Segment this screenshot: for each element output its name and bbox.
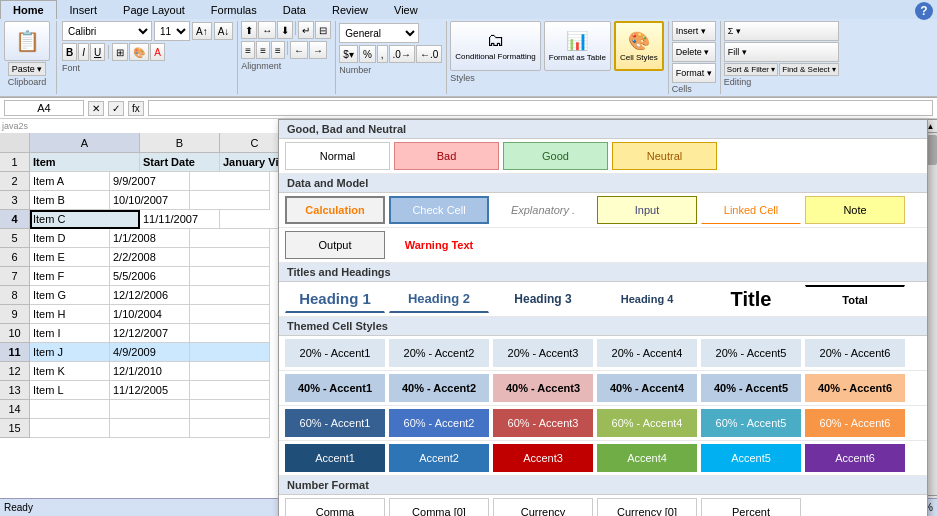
60a3-style[interactable]: 60% - Accent3	[493, 409, 593, 437]
font-name-select[interactable]: Calibri	[62, 21, 152, 41]
40a4-style[interactable]: 40% - Accent4	[597, 374, 697, 402]
check-cell-style[interactable]: Check Cell	[389, 196, 489, 224]
tab-page-layout[interactable]: Page Layout	[110, 0, 198, 19]
cell-c3[interactable]	[190, 191, 270, 210]
row-header-15[interactable]: 15	[0, 419, 30, 438]
heading3-style[interactable]: Heading 3	[493, 285, 593, 313]
20a3-style[interactable]: 20% - Accent3	[493, 339, 593, 367]
row-header-4[interactable]: 4	[0, 210, 30, 229]
20a2-style[interactable]: 20% - Accent2	[389, 339, 489, 367]
input-style[interactable]: Input	[597, 196, 697, 224]
align-bottom-btn[interactable]: ⬇	[277, 21, 293, 39]
comma-btn[interactable]: ,	[377, 45, 388, 63]
cell-c13[interactable]	[190, 381, 270, 400]
font-size-select[interactable]: 11	[154, 21, 190, 41]
row-header-12[interactable]: 12	[0, 362, 30, 381]
linked-cell-style[interactable]: Linked Cell	[701, 196, 801, 224]
20a5-style[interactable]: 20% - Accent5	[701, 339, 801, 367]
cell-c5[interactable]	[190, 229, 270, 248]
output-style[interactable]: Output	[285, 231, 385, 259]
help-button[interactable]: ?	[915, 2, 933, 20]
align-top-btn[interactable]: ⬆	[241, 21, 257, 39]
currency0-style[interactable]: Currency [0]	[597, 498, 697, 516]
currency-btn[interactable]: $▾	[339, 45, 358, 63]
heading1-style[interactable]: Heading 1	[285, 285, 385, 313]
cell-b3[interactable]: 10/10/2007	[110, 191, 190, 210]
cell-a8[interactable]: Item G	[30, 286, 110, 305]
40a6-style[interactable]: 40% - Accent6	[805, 374, 905, 402]
tab-home[interactable]: Home	[0, 0, 57, 19]
cell-c12[interactable]	[190, 362, 270, 381]
tab-view[interactable]: View	[381, 0, 431, 19]
cell-b11[interactable]: 4/9/2009	[110, 343, 190, 362]
row-header-9[interactable]: 9	[0, 305, 30, 324]
cell-a7[interactable]: Item F	[30, 267, 110, 286]
acc4-style[interactable]: Accent4	[597, 444, 697, 472]
col-header-a[interactable]: A	[30, 133, 140, 153]
cell-a3[interactable]: Item B	[30, 191, 110, 210]
cell-a10[interactable]: Item I	[30, 324, 110, 343]
20a6-style[interactable]: 20% - Accent6	[805, 339, 905, 367]
cell-b12[interactable]: 12/1/2010	[110, 362, 190, 381]
decimal-inc-btn[interactable]: .0→	[389, 45, 415, 63]
font-color-btn[interactable]: A	[150, 43, 165, 61]
find-select-btn[interactable]: Find & Select ▾	[779, 63, 839, 76]
formula-confirm-btn[interactable]: ✓	[108, 101, 124, 116]
border-btn[interactable]: ⊞	[112, 43, 128, 61]
row-header-8[interactable]: 8	[0, 286, 30, 305]
cell-c10[interactable]	[190, 324, 270, 343]
20a4-style[interactable]: 20% - Accent4	[597, 339, 697, 367]
cell-c11[interactable]	[190, 343, 270, 362]
cell-a11[interactable]: Item J	[30, 343, 110, 362]
cell-styles-btn[interactable]: 🎨 Cell Styles	[614, 21, 664, 71]
conditional-formatting-btn[interactable]: 🗂 Conditional Formatting	[450, 21, 540, 71]
cell-a13[interactable]: Item L	[30, 381, 110, 400]
cell-b6[interactable]: 2/2/2008	[110, 248, 190, 267]
indent-inc-btn[interactable]: →	[309, 41, 327, 59]
currency-style[interactable]: Currency	[493, 498, 593, 516]
cell-b1[interactable]: Start Date	[140, 153, 220, 172]
cell-b9[interactable]: 1/10/2004	[110, 305, 190, 324]
decimal-dec-btn[interactable]: ←.0	[416, 45, 442, 63]
cell-a9[interactable]: Item H	[30, 305, 110, 324]
formula-input[interactable]	[148, 100, 933, 116]
fill-color-btn[interactable]: 🎨	[129, 43, 149, 61]
40a2-style[interactable]: 40% - Accent2	[389, 374, 489, 402]
row-header-1[interactable]: 1	[0, 153, 30, 172]
good-style[interactable]: Good	[503, 142, 608, 170]
align-mid-btn[interactable]: ↔	[258, 21, 276, 39]
col-header-b[interactable]: B	[140, 133, 220, 153]
percent-btn[interactable]: %	[359, 45, 376, 63]
cell-c9[interactable]	[190, 305, 270, 324]
cell-a1[interactable]: Item	[30, 153, 140, 172]
delete-btn[interactable]: Delete ▾	[672, 42, 716, 62]
60a5-style[interactable]: 60% - Accent5	[701, 409, 801, 437]
italic-btn[interactable]: I	[78, 43, 89, 61]
wrap-text-btn[interactable]: ↵	[298, 21, 314, 39]
40a1-style[interactable]: 40% - Accent1	[285, 374, 385, 402]
acc6-style[interactable]: Accent6	[805, 444, 905, 472]
name-box[interactable]	[4, 100, 84, 116]
explanatory-style[interactable]: Explanatory .	[493, 196, 593, 224]
tab-review[interactable]: Review	[319, 0, 381, 19]
warning-style[interactable]: Warning Text	[389, 231, 489, 259]
cell-c7[interactable]	[190, 267, 270, 286]
row-header-6[interactable]: 6	[0, 248, 30, 267]
align-left-btn[interactable]: ≡	[241, 41, 255, 59]
comma0-style[interactable]: Comma [0]	[389, 498, 489, 516]
row-header-11[interactable]: 11	[0, 343, 30, 362]
note-style[interactable]: Note	[805, 196, 905, 224]
cell-b2[interactable]: 9/9/2007	[110, 172, 190, 191]
acc3-style[interactable]: Accent3	[493, 444, 593, 472]
underline-btn[interactable]: U	[90, 43, 105, 61]
autosum-btn[interactable]: Σ ▾	[724, 21, 839, 41]
60a2-style[interactable]: 60% - Accent2	[389, 409, 489, 437]
cell-b13[interactable]: 11/12/2005	[110, 381, 190, 400]
60a4-style[interactable]: 60% - Accent4	[597, 409, 697, 437]
row-header-14[interactable]: 14	[0, 400, 30, 419]
cell-a15[interactable]	[30, 419, 110, 438]
40a5-style[interactable]: 40% - Accent5	[701, 374, 801, 402]
row-header-3[interactable]: 3	[0, 191, 30, 210]
heading2-style[interactable]: Heading 2	[389, 285, 489, 313]
align-right-btn[interactable]: ≡	[271, 41, 285, 59]
